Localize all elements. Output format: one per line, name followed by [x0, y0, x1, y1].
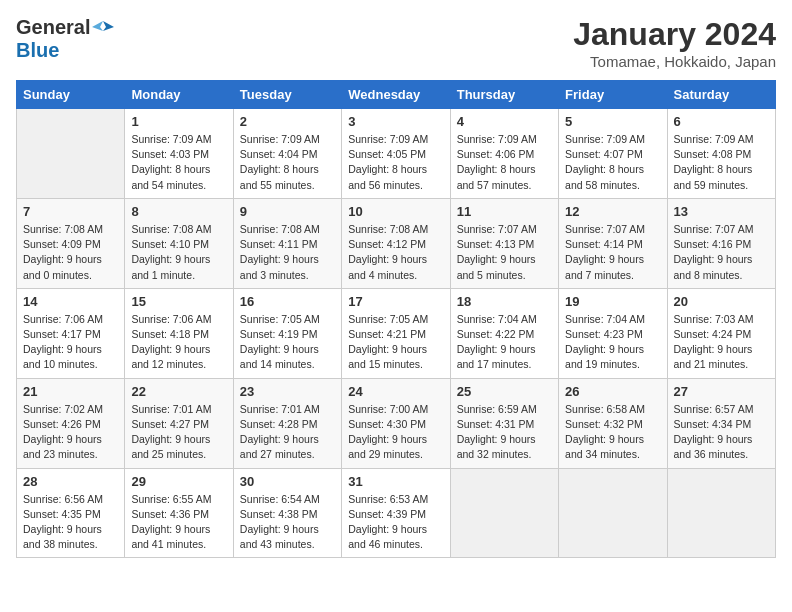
- day-number: 4: [457, 114, 552, 129]
- calendar-day-header: Wednesday: [342, 81, 450, 109]
- day-info: Sunrise: 7:04 AMSunset: 4:22 PMDaylight:…: [457, 312, 552, 373]
- day-number: 18: [457, 294, 552, 309]
- day-number: 9: [240, 204, 335, 219]
- calendar-day-header: Saturday: [667, 81, 775, 109]
- calendar-cell: 10Sunrise: 7:08 AMSunset: 4:12 PMDayligh…: [342, 198, 450, 288]
- logo: General Blue: [16, 16, 114, 62]
- calendar-header-row: SundayMondayTuesdayWednesdayThursdayFrid…: [17, 81, 776, 109]
- day-number: 31: [348, 474, 443, 489]
- calendar-cell: 18Sunrise: 7:04 AMSunset: 4:22 PMDayligh…: [450, 288, 558, 378]
- day-info: Sunrise: 7:00 AMSunset: 4:30 PMDaylight:…: [348, 402, 443, 463]
- day-number: 19: [565, 294, 660, 309]
- day-info: Sunrise: 7:06 AMSunset: 4:18 PMDaylight:…: [131, 312, 226, 373]
- calendar-cell: 27Sunrise: 6:57 AMSunset: 4:34 PMDayligh…: [667, 378, 775, 468]
- day-number: 23: [240, 384, 335, 399]
- day-info: Sunrise: 7:02 AMSunset: 4:26 PMDaylight:…: [23, 402, 118, 463]
- calendar-cell: 4Sunrise: 7:09 AMSunset: 4:06 PMDaylight…: [450, 109, 558, 199]
- day-info: Sunrise: 7:08 AMSunset: 4:12 PMDaylight:…: [348, 222, 443, 283]
- calendar-cell: 6Sunrise: 7:09 AMSunset: 4:08 PMDaylight…: [667, 109, 775, 199]
- calendar-cell: 19Sunrise: 7:04 AMSunset: 4:23 PMDayligh…: [559, 288, 667, 378]
- day-info: Sunrise: 7:01 AMSunset: 4:27 PMDaylight:…: [131, 402, 226, 463]
- calendar-day-header: Tuesday: [233, 81, 341, 109]
- calendar-cell: 24Sunrise: 7:00 AMSunset: 4:30 PMDayligh…: [342, 378, 450, 468]
- calendar-week-row: 7Sunrise: 7:08 AMSunset: 4:09 PMDaylight…: [17, 198, 776, 288]
- calendar-cell: 16Sunrise: 7:05 AMSunset: 4:19 PMDayligh…: [233, 288, 341, 378]
- day-number: 1: [131, 114, 226, 129]
- logo-bird-icon: [92, 17, 114, 39]
- calendar-cell: [559, 468, 667, 558]
- day-info: Sunrise: 7:03 AMSunset: 4:24 PMDaylight:…: [674, 312, 769, 373]
- logo-blue-text: Blue: [16, 39, 59, 61]
- calendar-cell: 31Sunrise: 6:53 AMSunset: 4:39 PMDayligh…: [342, 468, 450, 558]
- day-info: Sunrise: 7:01 AMSunset: 4:28 PMDaylight:…: [240, 402, 335, 463]
- page-container: General Blue January 2024 Tomamae, Hokka…: [0, 0, 792, 574]
- day-info: Sunrise: 7:09 AMSunset: 4:05 PMDaylight:…: [348, 132, 443, 193]
- day-number: 7: [23, 204, 118, 219]
- calendar-day-header: Friday: [559, 81, 667, 109]
- calendar-day-header: Sunday: [17, 81, 125, 109]
- day-info: Sunrise: 7:08 AMSunset: 4:11 PMDaylight:…: [240, 222, 335, 283]
- day-info: Sunrise: 6:55 AMSunset: 4:36 PMDaylight:…: [131, 492, 226, 553]
- day-number: 15: [131, 294, 226, 309]
- day-info: Sunrise: 7:05 AMSunset: 4:19 PMDaylight:…: [240, 312, 335, 373]
- day-info: Sunrise: 7:07 AMSunset: 4:14 PMDaylight:…: [565, 222, 660, 283]
- calendar-cell: 21Sunrise: 7:02 AMSunset: 4:26 PMDayligh…: [17, 378, 125, 468]
- calendar-cell: 5Sunrise: 7:09 AMSunset: 4:07 PMDaylight…: [559, 109, 667, 199]
- logo-general-text: General: [16, 16, 90, 39]
- calendar-cell: 20Sunrise: 7:03 AMSunset: 4:24 PMDayligh…: [667, 288, 775, 378]
- calendar-cell: 29Sunrise: 6:55 AMSunset: 4:36 PMDayligh…: [125, 468, 233, 558]
- svg-marker-0: [103, 21, 114, 31]
- calendar-cell: [450, 468, 558, 558]
- calendar-cell: 13Sunrise: 7:07 AMSunset: 4:16 PMDayligh…: [667, 198, 775, 288]
- day-info: Sunrise: 6:54 AMSunset: 4:38 PMDaylight:…: [240, 492, 335, 553]
- calendar-cell: 30Sunrise: 6:54 AMSunset: 4:38 PMDayligh…: [233, 468, 341, 558]
- day-info: Sunrise: 7:06 AMSunset: 4:17 PMDaylight:…: [23, 312, 118, 373]
- day-info: Sunrise: 6:58 AMSunset: 4:32 PMDaylight:…: [565, 402, 660, 463]
- calendar-day-header: Thursday: [450, 81, 558, 109]
- calendar-cell: 15Sunrise: 7:06 AMSunset: 4:18 PMDayligh…: [125, 288, 233, 378]
- calendar-cell: 2Sunrise: 7:09 AMSunset: 4:04 PMDaylight…: [233, 109, 341, 199]
- day-info: Sunrise: 6:56 AMSunset: 4:35 PMDaylight:…: [23, 492, 118, 553]
- day-info: Sunrise: 7:09 AMSunset: 4:04 PMDaylight:…: [240, 132, 335, 193]
- day-number: 20: [674, 294, 769, 309]
- calendar-cell: 28Sunrise: 6:56 AMSunset: 4:35 PMDayligh…: [17, 468, 125, 558]
- day-info: Sunrise: 6:59 AMSunset: 4:31 PMDaylight:…: [457, 402, 552, 463]
- calendar-cell: 12Sunrise: 7:07 AMSunset: 4:14 PMDayligh…: [559, 198, 667, 288]
- day-number: 26: [565, 384, 660, 399]
- day-info: Sunrise: 7:04 AMSunset: 4:23 PMDaylight:…: [565, 312, 660, 373]
- calendar-cell: 17Sunrise: 7:05 AMSunset: 4:21 PMDayligh…: [342, 288, 450, 378]
- day-info: Sunrise: 7:09 AMSunset: 4:07 PMDaylight:…: [565, 132, 660, 193]
- day-info: Sunrise: 7:09 AMSunset: 4:08 PMDaylight:…: [674, 132, 769, 193]
- calendar-week-row: 21Sunrise: 7:02 AMSunset: 4:26 PMDayligh…: [17, 378, 776, 468]
- day-number: 16: [240, 294, 335, 309]
- calendar-table: SundayMondayTuesdayWednesdayThursdayFrid…: [16, 80, 776, 558]
- day-info: Sunrise: 7:07 AMSunset: 4:16 PMDaylight:…: [674, 222, 769, 283]
- day-number: 3: [348, 114, 443, 129]
- header: General Blue January 2024 Tomamae, Hokka…: [16, 16, 776, 70]
- calendar-cell: 14Sunrise: 7:06 AMSunset: 4:17 PMDayligh…: [17, 288, 125, 378]
- title-block: January 2024 Tomamae, Hokkaido, Japan: [573, 16, 776, 70]
- day-number: 8: [131, 204, 226, 219]
- day-number: 2: [240, 114, 335, 129]
- day-number: 13: [674, 204, 769, 219]
- calendar-cell: 9Sunrise: 7:08 AMSunset: 4:11 PMDaylight…: [233, 198, 341, 288]
- calendar-cell: [667, 468, 775, 558]
- calendar-cell: 3Sunrise: 7:09 AMSunset: 4:05 PMDaylight…: [342, 109, 450, 199]
- day-number: 25: [457, 384, 552, 399]
- calendar-day-header: Monday: [125, 81, 233, 109]
- calendar-cell: 1Sunrise: 7:09 AMSunset: 4:03 PMDaylight…: [125, 109, 233, 199]
- calendar-cell: 22Sunrise: 7:01 AMSunset: 4:27 PMDayligh…: [125, 378, 233, 468]
- day-number: 27: [674, 384, 769, 399]
- day-info: Sunrise: 7:09 AMSunset: 4:06 PMDaylight:…: [457, 132, 552, 193]
- calendar-cell: 25Sunrise: 6:59 AMSunset: 4:31 PMDayligh…: [450, 378, 558, 468]
- location-subtitle: Tomamae, Hokkaido, Japan: [573, 53, 776, 70]
- calendar-week-row: 1Sunrise: 7:09 AMSunset: 4:03 PMDaylight…: [17, 109, 776, 199]
- day-info: Sunrise: 7:08 AMSunset: 4:09 PMDaylight:…: [23, 222, 118, 283]
- day-number: 10: [348, 204, 443, 219]
- day-number: 11: [457, 204, 552, 219]
- day-number: 12: [565, 204, 660, 219]
- day-number: 21: [23, 384, 118, 399]
- day-number: 29: [131, 474, 226, 489]
- day-info: Sunrise: 7:09 AMSunset: 4:03 PMDaylight:…: [131, 132, 226, 193]
- day-info: Sunrise: 7:07 AMSunset: 4:13 PMDaylight:…: [457, 222, 552, 283]
